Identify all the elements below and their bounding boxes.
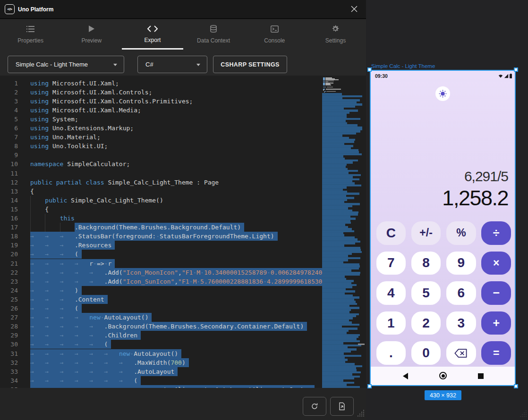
code-line: 10namespace SimpleCalculator; <box>0 160 322 168</box>
display-result: 1,258.2 <box>442 186 508 210</box>
sun-icon <box>439 90 447 98</box>
screenshot-root: </> Uno Platform PropertiesPreviewExport… <box>0 0 528 420</box>
key-5[interactable]: 5 <box>411 281 441 305</box>
code-line: 7using Uno.Material; <box>0 133 322 142</box>
key-C[interactable]: C <box>376 221 406 245</box>
export-icon <box>147 25 158 34</box>
tab-console[interactable]: Console <box>244 19 305 50</box>
console-icon <box>271 25 279 34</box>
preview-canvas: Simple Calc - Light Theme 09:30 <box>366 0 528 420</box>
tab-label: Properties <box>17 37 43 44</box>
status-icons <box>498 74 512 78</box>
code-line: 21→ → → → r·=>·r <box>0 259 322 268</box>
code-line: 5using System; <box>0 115 322 124</box>
tab-label: Console <box>264 37 285 44</box>
code-line: 8using Uno.Toolkit.UI; <box>0 142 322 151</box>
tab-label: Data Context <box>197 37 230 44</box>
key-.[interactable]: . <box>376 341 406 365</box>
code-line: 27→ → → → new·AutoLayout() <box>0 313 322 322</box>
selection-handle-top-right[interactable] <box>514 67 518 72</box>
export-file-button[interactable] <box>330 397 354 416</box>
key-9[interactable]: 9 <box>446 252 476 275</box>
code-line: 34→ → → → → → → ( <box>0 376 322 385</box>
code-line: 18→ → → .StatusBar(foreground:·StatusBar… <box>0 232 322 241</box>
code-editor[interactable]: 1using Microsoft.UI.Xaml;2using Microsof… <box>0 76 366 388</box>
wifi-icon <box>498 74 503 78</box>
preview-icon <box>88 25 95 34</box>
code-line: 28→ → → → → .Background(Theme.Brushes.Se… <box>0 322 322 331</box>
phone-frame[interactable]: 09:30 <box>370 70 516 386</box>
key-3[interactable]: 3 <box>446 311 476 335</box>
bottom-bar <box>0 388 366 420</box>
code-line: 2using Microsoft.UI.Xaml.Controls; <box>0 88 322 97</box>
key-1[interactable]: 1 <box>376 311 406 335</box>
window-resize-grip[interactable] <box>358 410 365 419</box>
csharp-settings-button[interactable]: CSHARP SETTINGS <box>213 56 287 73</box>
code-line: 29→ → → → → .Children <box>0 331 322 340</box>
key-backspace[interactable] <box>446 341 476 365</box>
key-7[interactable]: 7 <box>376 252 406 275</box>
selection-handle-bottom-right[interactable] <box>514 384 518 388</box>
key-+[interactable]: + <box>481 311 511 335</box>
settings-icon <box>332 25 339 34</box>
key-4[interactable]: 4 <box>376 281 406 305</box>
selection-handle-top-left[interactable] <box>367 67 372 72</box>
status-time: 09:30 <box>375 73 388 79</box>
code-line: 23→ → → → → .Add("Icon_SunIcon","F1·M·5.… <box>0 277 322 286</box>
selection-handle-bottom-left[interactable] <box>367 384 372 388</box>
calculator-display: 6,291/5 1,258.2 <box>442 168 508 210</box>
key-+/-[interactable]: +/- <box>411 221 441 245</box>
tab-data-context[interactable]: Data Context <box>183 19 244 50</box>
code-line: 17 .Background(Theme.Brushes.Background.… <box>0 223 322 232</box>
tab-bar: PropertiesPreviewExportData ContextConso… <box>0 19 366 50</box>
battery-icon <box>510 74 512 78</box>
key-0[interactable]: 0 <box>411 341 441 365</box>
key-%[interactable]: % <box>446 221 476 245</box>
nav-home-icon[interactable] <box>439 372 447 379</box>
language-dropdown-value: C# <box>138 61 153 68</box>
code-line: 9 <box>0 151 322 160</box>
refresh-button[interactable] <box>303 397 326 416</box>
code-line: 33→ → → → → → → .AutoLayout <box>0 367 322 376</box>
code-line: 3using Microsoft.UI.Xaml.Controls.Primit… <box>0 97 322 106</box>
code-line: 13{ <box>0 187 322 196</box>
tab-label: Preview <box>81 37 102 44</box>
uno-platform-window: </> Uno Platform PropertiesPreviewExport… <box>0 0 366 420</box>
key-2[interactable]: 2 <box>411 311 441 335</box>
code-line: 1using Microsoft.UI.Xaml; <box>0 79 322 88</box>
tab-settings[interactable]: Settings <box>305 19 366 50</box>
title-bar: </> Uno Platform <box>0 0 366 19</box>
key-×[interactable]: × <box>481 252 511 275</box>
backspace-icon <box>454 349 468 358</box>
code-line: 24→ → → ) <box>0 286 322 295</box>
theme-toggle-button[interactable] <box>435 86 450 101</box>
display-expression: 6,291/5 <box>442 168 508 185</box>
key-−[interactable]: − <box>481 281 511 305</box>
theme-dropdown-value: Simple Calc - Light Theme <box>8 61 88 68</box>
code-line: 30→ → → → → ( <box>0 340 322 349</box>
code-line: 16 this <box>0 214 322 223</box>
key-=[interactable]: = <box>481 341 511 365</box>
chevron-down-icon <box>113 64 117 66</box>
preview-page-label[interactable]: Simple Calc - Light Theme <box>371 63 435 69</box>
tab-preview[interactable]: Preview <box>61 19 122 50</box>
tab-label: Export <box>145 37 161 43</box>
tab-export[interactable]: Export <box>122 19 183 50</box>
tab-label: Settings <box>325 37 346 44</box>
key-÷[interactable]: ÷ <box>481 221 511 245</box>
tab-properties[interactable]: Properties <box>0 19 61 50</box>
phone-screen: 09:30 <box>371 71 515 385</box>
key-6[interactable]: 6 <box>446 281 476 305</box>
panel-resize-handle[interactable] <box>358 344 365 345</box>
nav-back-icon[interactable] <box>403 373 408 379</box>
minimap[interactable] <box>322 76 362 388</box>
close-icon[interactable] <box>351 6 360 15</box>
language-dropdown[interactable]: C# <box>137 56 207 73</box>
app-logo-icon: </> <box>5 4 15 14</box>
code-line: 6using Uno.Extensions.Markup; <box>0 124 322 133</box>
key-8[interactable]: 8 <box>411 252 441 275</box>
size-badge: 430 × 932 <box>425 390 461 400</box>
theme-dropdown[interactable]: Simple Calc - Light Theme <box>8 56 124 73</box>
nav-recents-icon[interactable] <box>478 373 484 379</box>
properties-icon <box>26 25 34 34</box>
